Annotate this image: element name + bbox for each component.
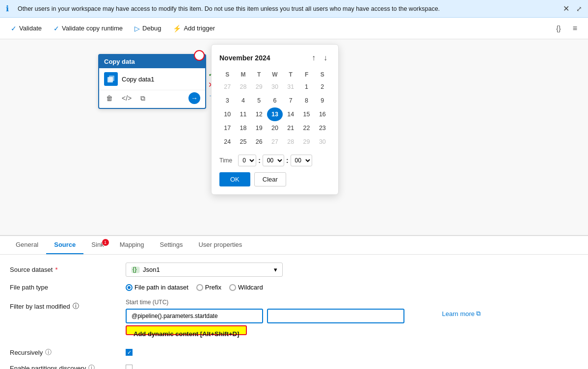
validate-copy-button[interactable]: ✓ Validate copy runtime xyxy=(49,22,128,35)
tab-mapping[interactable]: Mapping xyxy=(112,236,152,254)
calendar-ok-button[interactable]: OK xyxy=(219,172,250,186)
info-bar-close-button[interactable]: ✕ xyxy=(560,4,572,14)
source-dataset-label: Source dataset * xyxy=(10,266,118,273)
day-header-sat: S xyxy=(315,69,330,80)
calendar-day[interactable]: 29 xyxy=(298,135,314,149)
copy-node-button[interactable]: ⧉ xyxy=(138,93,147,104)
source-dataset-select[interactable]: {} Json1 ▾ xyxy=(126,263,283,277)
calendar-day[interactable]: 28 xyxy=(283,135,298,149)
calendar-day[interactable]: 12 xyxy=(251,107,267,121)
calendar-day[interactable]: 23 xyxy=(315,121,330,135)
day-header-thu: T xyxy=(283,69,298,80)
dynamic-content-tooltip[interactable]: Add dynamic content [Alt+Shift+D] xyxy=(126,325,247,335)
json-icon: {} xyxy=(131,266,140,273)
calendar-day[interactable]: 22 xyxy=(298,121,314,135)
filter-label: Filter by last modified ⓘ xyxy=(10,298,118,311)
calendar-day[interactable]: 10 xyxy=(219,107,235,121)
tab-source[interactable]: Source xyxy=(46,236,83,254)
calendar-next-button[interactable]: ↓ xyxy=(321,53,330,63)
calendar-day[interactable]: 3 xyxy=(219,94,235,107)
calendar-day[interactable]: 18 xyxy=(235,121,251,135)
debug-label: Debug xyxy=(142,25,161,32)
calendar-day[interactable]: 19 xyxy=(251,121,267,135)
copy-node-body: Copy data1 xyxy=(99,68,205,90)
calendar-title: November 2024 xyxy=(219,54,270,62)
list-view-button[interactable]: ≡ xyxy=(568,22,582,35)
calendar-day[interactable]: 8 xyxy=(298,94,314,107)
add-trigger-button[interactable]: ⚡ Add trigger xyxy=(168,22,220,35)
recursively-checkbox[interactable]: ✓ xyxy=(126,349,133,356)
tab-settings[interactable]: Settings xyxy=(152,236,191,254)
filter-info-icon[interactable]: ⓘ xyxy=(73,302,79,311)
validate-button[interactable]: ✓ Validate xyxy=(6,22,47,35)
code-node-button[interactable]: </> xyxy=(120,93,134,103)
info-bar-expand-button[interactable]: ⤢ xyxy=(576,5,582,13)
radio-prefix[interactable]: Prefix xyxy=(196,284,221,291)
copy-data-node[interactable]: Copy data Copy data1 🗑 </> ⧉ → xyxy=(98,54,206,109)
file-path-radio-group: File path in dataset Prefix Wildcard xyxy=(126,284,263,291)
learn-more-link[interactable]: Learn more ⧉ xyxy=(442,310,481,317)
calendar-day[interactable]: 28 xyxy=(235,80,251,94)
calendar-day[interactable]: 27 xyxy=(219,80,235,94)
bottom-panel: General Source Sink 1 Mapping Settings U… xyxy=(0,236,588,369)
calendar-day[interactable]: 27 xyxy=(267,135,283,149)
calendar-nav-buttons: ↑ ↓ xyxy=(309,53,330,63)
recursively-info-icon[interactable]: ⓘ xyxy=(45,348,52,357)
calendar-day[interactable]: 17 xyxy=(219,121,235,135)
validate-copy-icon: ✓ xyxy=(53,25,59,32)
toolbar: ✓ Validate ✓ Validate copy runtime ▷ Deb… xyxy=(0,18,588,39)
radio-file-path[interactable]: File path in dataset xyxy=(126,284,188,291)
calendar-day[interactable]: 11 xyxy=(235,107,251,121)
calendar-day[interactable]: 13 xyxy=(267,107,283,121)
end-time-input[interactable] xyxy=(267,309,404,323)
radio-dot-file-path xyxy=(126,284,133,291)
hour-select[interactable]: 0 xyxy=(238,155,256,166)
minute-select-1[interactable]: 00 xyxy=(263,155,284,166)
calendar-day[interactable]: 2 xyxy=(315,80,330,94)
calendar-day[interactable]: 24 xyxy=(219,135,235,149)
partitions-info-icon[interactable]: ⓘ xyxy=(88,364,95,369)
calendar-day[interactable]: 26 xyxy=(251,135,267,149)
tab-user-properties[interactable]: User properties xyxy=(190,236,250,254)
minute-select-2[interactable]: 00 xyxy=(291,155,312,166)
calendar-grid: S M T W T F S 27282930311234567891011121… xyxy=(219,69,330,149)
calendar-day[interactable]: 30 xyxy=(315,135,330,149)
calendar-day[interactable]: 16 xyxy=(315,107,330,121)
calendar-day[interactable]: 5 xyxy=(251,94,267,107)
calendar-day[interactable]: 25 xyxy=(235,135,251,149)
start-time-input[interactable] xyxy=(126,309,263,323)
calendar-day[interactable]: 14 xyxy=(283,107,298,121)
delete-node-button[interactable]: 🗑 xyxy=(104,93,115,103)
next-node-button[interactable]: → xyxy=(188,92,200,104)
radio-wildcard[interactable]: Wildcard xyxy=(229,284,263,291)
enable-partitions-checkbox[interactable] xyxy=(126,365,133,369)
calendar-clear-button[interactable]: Clear xyxy=(254,172,286,186)
calendar-day[interactable]: 7 xyxy=(283,94,298,107)
copy-node-header: Copy data xyxy=(99,55,205,68)
source-dataset-control: {} Json1 ▾ xyxy=(126,263,283,277)
calendar-day[interactable]: 29 xyxy=(251,80,267,94)
calendar-day[interactable]: 1 xyxy=(298,80,314,94)
recursively-row: Recursively ⓘ ✓ xyxy=(10,348,578,357)
copy-node-actions: 🗑 </> ⧉ → xyxy=(99,90,205,108)
calendar-day[interactable]: 9 xyxy=(315,94,330,107)
calendar-day[interactable]: 31 xyxy=(283,80,298,94)
add-trigger-label: Add trigger xyxy=(184,25,215,32)
file-path-type-row: File path type File path in dataset Pref… xyxy=(10,284,578,291)
info-bar-message: Other users in your workspace may have a… xyxy=(18,5,556,12)
code-view-button[interactable]: {} xyxy=(551,22,565,35)
calendar-day[interactable]: 6 xyxy=(267,94,283,107)
day-header-wed: W xyxy=(267,69,283,80)
tab-general[interactable]: General xyxy=(8,236,46,254)
calendar-day[interactable]: 20 xyxy=(267,121,283,135)
list-icon: ≡ xyxy=(573,24,577,33)
calendar-day[interactable]: 15 xyxy=(298,107,314,121)
tab-sink[interactable]: Sink 1 xyxy=(83,236,111,254)
calendar-day[interactable]: 4 xyxy=(235,94,251,107)
calendar-prev-button[interactable]: ↑ xyxy=(309,53,319,63)
day-header-tue: T xyxy=(251,69,267,80)
filter-last-modified-row: Filter by last modified ⓘ Start time (UT… xyxy=(10,298,578,323)
calendar-day[interactable]: 21 xyxy=(283,121,298,135)
calendar-day[interactable]: 30 xyxy=(267,80,283,94)
debug-button[interactable]: ▷ Debug xyxy=(130,22,166,35)
